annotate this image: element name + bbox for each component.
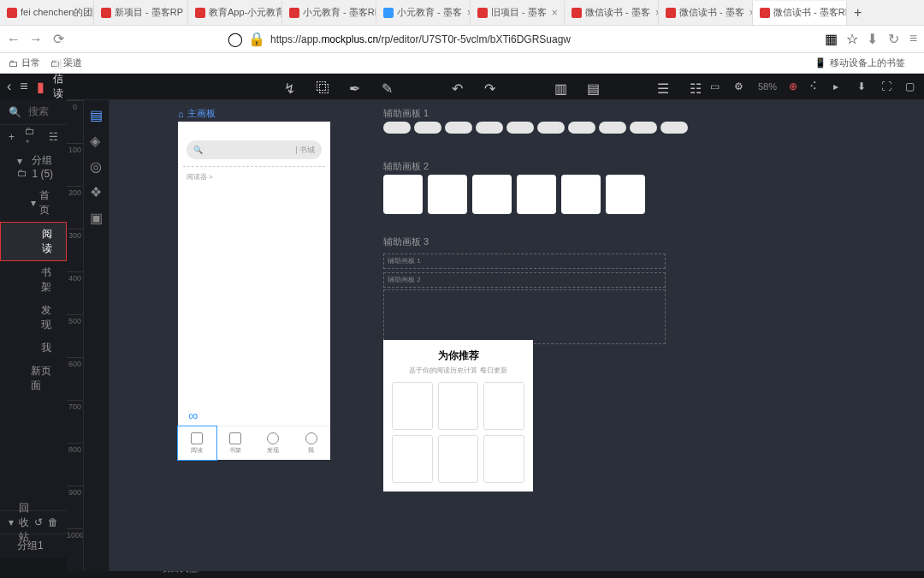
tool-rail: ▤ ◈ ◎ ❖ ▣: [84, 100, 110, 571]
bookmarks-bar: 🗀 日常 🗀 渠道 📱 移动设备上的书签: [0, 53, 924, 74]
aux-artboard-2[interactable]: [383, 175, 645, 214]
tree-page-me[interactable]: 我: [0, 337, 67, 360]
link-handle-icon[interactable]: ∞: [188, 408, 198, 424]
mock-tabbar: 阅读 书架 发现 我: [178, 426, 330, 460]
fullscreen-icon[interactable]: ▢: [905, 80, 917, 92]
aux-artboard-3[interactable]: 辅助画板 1 辅助画板 2: [383, 250, 666, 344]
pencil-icon[interactable]: ✎: [382, 80, 394, 92]
browser-tab-active[interactable]: 微信读书 - 墨客RP×: [753, 1, 847, 25]
aux-artboard-1[interactable]: [383, 122, 688, 134]
play-icon[interactable]: ▸: [833, 80, 845, 92]
menu-icon[interactable]: ≡: [909, 31, 917, 47]
artboard-main[interactable]: 🔍| 书城 阅读器 > ∞ 阅读 书架 发现 我: [178, 122, 330, 460]
search-icon[interactable]: 🔍: [9, 106, 21, 118]
tree-page-read[interactable]: 阅读: [0, 222, 67, 261]
bookmark-mobile[interactable]: 📱 移动设备上的书签: [814, 57, 905, 69]
close-icon[interactable]: ×: [552, 7, 558, 19]
back-button[interactable]: ←: [7, 33, 21, 46]
list-icon[interactable]: ☵: [49, 131, 58, 143]
add-icon[interactable]: +: [9, 131, 15, 143]
artboard-label-aux1[interactable]: 辅助画板 1: [383, 107, 429, 120]
undo-icon[interactable]: ↶: [452, 80, 464, 92]
recycle-bin-header[interactable]: ▾ 回收站 ↺ 🗑: [0, 510, 67, 534]
target-icon[interactable]: ◎: [90, 158, 104, 172]
tree-page-shelf[interactable]: 书架: [0, 261, 67, 299]
browser-toolbar: ← → ⟳ ◯ 🔒 https://app.mockplus.cn/rp/edi…: [0, 26, 924, 53]
app-header: ‹ ≡ ▮ 微信读书 ↯ ⿻ ✒ ✎ ↶ ↷ ▥ ▤ ☰ ☷ ▭ ⚙ 58% ⊕…: [0, 74, 924, 99]
browser-tab-strip: fei chenchen的团队× 新项目 - 墨客RP× 教育App-小元教育×…: [0, 0, 924, 26]
pen-icon[interactable]: ✒: [349, 80, 361, 92]
lock-icon: 🔒: [248, 31, 265, 47]
tree-group[interactable]: ▾ 🗀 分组1 (5): [0, 149, 67, 184]
align-v-icon[interactable]: ▤: [587, 80, 599, 92]
mock-breadcrumb: 阅读器 >: [178, 170, 330, 183]
browser-tab[interactable]: 微信读书 - 墨客×: [659, 1, 753, 25]
device-icon[interactable]: ▭: [710, 80, 722, 92]
left-sidebar: 🔍 搜索 + 🗀⁺ ☵ ▾ 🗀 分组1 (5) ▾ 首页 阅读 书架 发现 我 …: [0, 99, 67, 557]
artboard-label-aux3[interactable]: 辅助画板 3: [383, 235, 429, 248]
components-icon[interactable]: ▤: [90, 107, 104, 121]
url-bar[interactable]: ◯ 🔒 https://app.mockplus.cn/rp/editor/U7…: [74, 31, 816, 47]
browser-tab[interactable]: 新项目 - 墨客RP×: [94, 1, 188, 25]
panel-icon[interactable]: ▣: [90, 210, 104, 223]
expand-icon[interactable]: ⛶: [881, 80, 893, 92]
browser-tab[interactable]: fei chenchen的团队×: [0, 1, 94, 25]
browser-tab[interactable]: 教育App-小元教育×: [188, 1, 282, 25]
recommend-card[interactable]: 为你推荐 基于你的阅读历史计算 每日更新: [383, 340, 533, 492]
refresh-icon[interactable]: ↻: [888, 31, 899, 47]
new-folder-icon[interactable]: 🗀⁺: [25, 125, 38, 149]
mock-search-bar: 🔍| 书城: [187, 140, 322, 159]
browser-tab[interactable]: 旧项目 - 墨客×: [471, 1, 565, 25]
browser-tab[interactable]: 小元教育 - 墨客×: [376, 1, 471, 25]
mock-tab-read[interactable]: 阅读: [178, 426, 216, 460]
mock-tab-discover[interactable]: 发现: [254, 426, 293, 460]
redo-icon[interactable]: ↷: [484, 80, 496, 92]
page-tree: ▾ 🗀 分组1 (5) ▾ 首页 阅读 书架 发现 我 新页面: [0, 149, 67, 510]
cube-icon[interactable]: ◈: [90, 133, 104, 146]
share-icon[interactable]: ⠪: [809, 80, 821, 92]
gear-icon[interactable]: ⚙: [734, 80, 746, 92]
recycle-item[interactable]: 分组1: [0, 534, 67, 557]
qr-icon[interactable]: ▦: [825, 31, 838, 47]
back-icon[interactable]: ‹: [7, 79, 11, 94]
download-icon[interactable]: ⬇: [857, 80, 869, 92]
align-h-icon[interactable]: ▥: [554, 80, 566, 92]
artboard-label-aux2[interactable]: 辅助画板 2: [383, 160, 429, 173]
search-placeholder[interactable]: 搜索: [28, 104, 49, 119]
reload-button[interactable]: ⟳: [51, 33, 65, 46]
connector-icon[interactable]: ↯: [284, 80, 296, 92]
tree-page-new[interactable]: 新页面: [0, 360, 67, 397]
browser-tab[interactable]: 微信读书 - 墨客×: [565, 1, 659, 25]
tree-page-discover[interactable]: 发现: [0, 299, 67, 337]
zoom-percentage[interactable]: 58%: [758, 81, 777, 92]
layers-icon[interactable]: ❖: [90, 184, 104, 198]
distribute2-icon[interactable]: ☷: [690, 80, 702, 92]
browser-tab[interactable]: 小元教育 - 墨客RP×: [282, 1, 376, 25]
download-icon[interactable]: ⬇: [867, 31, 878, 47]
forward-button[interactable]: →: [29, 33, 43, 46]
bookmark-folder[interactable]: 🗀 日常: [9, 57, 40, 69]
menu-icon[interactable]: ≡: [20, 79, 27, 94]
mock-tab-me[interactable]: 我: [293, 426, 331, 460]
add-red-icon[interactable]: ⊕: [789, 80, 797, 92]
new-tab-button[interactable]: +: [847, 5, 868, 21]
add-artboard-icon[interactable]: ⿻: [317, 80, 329, 92]
mock-tab-shelf[interactable]: 书架: [216, 426, 255, 460]
recommend-title: 为你推荐: [392, 349, 524, 363]
trash-icon[interactable]: 🗑: [48, 516, 58, 528]
artboard-label-main[interactable]: ⌂ 主画板: [178, 107, 216, 120]
bookmark-star-icon[interactable]: ☆: [846, 31, 858, 47]
recommend-subtitle: 基于你的阅读历史计算 每日更新: [392, 366, 524, 375]
distribute-icon[interactable]: ☰: [657, 80, 669, 92]
canvas[interactable]: ⌂ 主画板 🔍| 书城 阅读器 > ∞ 阅读 书架 发现 我 辅助画板 1: [110, 100, 924, 571]
ruler-vertical: 01002003004005006007008009001000: [67, 100, 84, 571]
logo-icon: ▮: [37, 79, 44, 95]
restore-icon[interactable]: ↺: [34, 516, 43, 528]
shield-icon[interactable]: ◯: [228, 31, 243, 47]
tree-page-home[interactable]: ▾ 首页: [0, 184, 67, 222]
